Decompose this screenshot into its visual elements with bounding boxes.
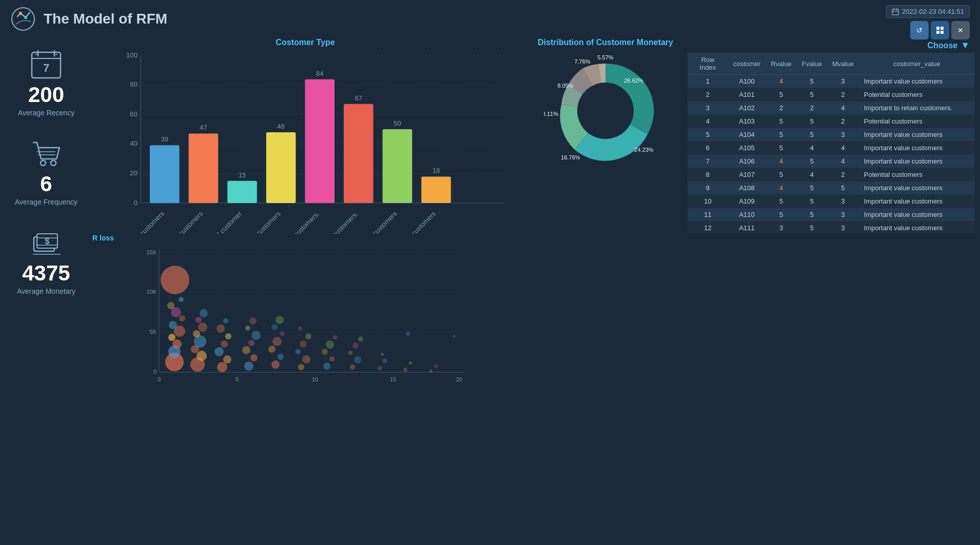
svg-point-124 [329,356,335,361]
svg-point-112 [268,346,276,353]
col-rvalue: Rvalue [766,53,796,75]
svg-text:5K: 5K [150,329,157,335]
svg-point-125 [322,349,328,355]
table-cell-4: 4 [827,142,859,155]
svg-text:8.11%: 8.11% [544,111,558,117]
table-cell-4: 3 [827,221,859,233]
table-cell-3: 5 [797,221,827,233]
svg-point-117 [298,364,304,370]
svg-point-95 [200,309,208,317]
table-cell-4: 4 [827,102,859,115]
svg-point-110 [271,360,280,369]
table-cell-5: Important value customers [859,142,975,155]
svg-point-94 [195,317,202,323]
table-cell-2: 3 [766,221,796,233]
svg-point-106 [248,340,254,346]
col-customer-value: costomer_value [859,53,975,75]
frequency-value: 6 [40,173,52,195]
back-button[interactable]: ↺ [910,21,929,39]
svg-point-129 [354,356,361,364]
scatter-chart-section: R loss 0 5K 10K 15K 0 5 10 15 20 [92,234,518,542]
table-row: 4A103552Potential customers [688,115,975,128]
table-cell-0: 1 [688,75,728,88]
svg-point-1 [19,12,22,15]
table-cell-3: 5 [797,115,827,128]
svg-text:20: 20 [130,169,138,177]
svg-point-87 [161,266,189,294]
svg-text:10: 10 [312,376,318,382]
svg-text:10K: 10K [146,289,156,295]
svg-text:15: 15 [239,171,246,179]
table-cell-0: 6 [688,142,728,155]
table-cell-1: A103 [728,115,766,128]
datetime-badge: 2022-02-23 04:41:51 [886,5,970,18]
svg-point-111 [278,354,284,360]
svg-point-92 [193,330,200,337]
table-cell-5: Important to retain customers. [859,102,975,115]
table-cell-0: 7 [688,155,728,168]
svg-text:8.05%: 8.05% [557,83,573,89]
svg-point-96 [217,362,227,372]
table-cell-5: Important value customers [859,155,975,168]
datetime-text: 2022-02-23 04:41:51 [902,8,964,15]
svg-point-93 [198,322,207,332]
bar-chart-svg: 0 20 40 60 80 100 39 47 15 [108,49,518,234]
svg-point-98 [214,347,224,356]
table-cell-3: 2 [797,102,827,115]
table-cell-5: Important value customers [859,208,975,221]
svg-text:80: 80 [130,80,138,88]
customer-table: Row Index costomer Rvalue Fvalue Mvalue … [688,53,975,233]
money-icon: $ [30,227,63,259]
svg-text:Lost customers: Lost customers [244,210,282,234]
table-cell-1: A108 [728,181,766,195]
grid-button[interactable] [931,21,949,39]
svg-point-138 [406,332,410,336]
svg-text:26.62%: 26.62% [624,77,643,84]
table-cell-0: 12 [688,221,728,233]
table-row: 11A110553Important value customers [688,208,975,221]
table-header: Row Index costomer Rvalue Fvalue Mvalue … [688,53,975,75]
svg-rect-45 [266,132,296,203]
svg-rect-39 [150,145,180,203]
table-cell-5: Important value customers [859,128,975,142]
cart-icon [30,137,63,170]
table-cell-3: 5 [797,128,827,142]
table-cell-4: 5 [827,181,859,195]
kpi-recency: 7 200 Average Recency [18,48,74,117]
svg-rect-41 [189,133,219,203]
kpi-monetary: $ 4375 Average Monetary [17,227,75,295]
table-row: 3A102224Important to retain customers. [688,102,975,115]
svg-point-103 [244,361,253,371]
table-cell-1: A101 [728,88,766,102]
svg-point-86 [179,297,184,302]
page-title: The Model of RFM [44,11,167,27]
table-cell-0: 11 [688,208,728,221]
svg-point-123 [323,362,330,370]
svg-text:48: 48 [277,123,285,130]
svg-text:100: 100 [126,51,138,59]
svg-point-102 [223,318,228,324]
svg-text:24.23%: 24.23% [634,147,654,153]
svg-point-139 [429,370,433,373]
table-cell-2: 4 [766,155,796,168]
svg-text:50: 50 [394,119,401,127]
svg-point-105 [242,346,250,354]
table-cell-1: A104 [728,128,766,142]
svg-rect-47 [305,79,335,203]
svg-point-79 [172,339,182,349]
table-scroll[interactable]: Row Index costomer Rvalue Fvalue Mvalue … [688,53,975,233]
svg-point-119 [296,349,301,354]
svg-text:5.57%: 5.57% [597,54,613,60]
table-cell-5: Potential customers [859,88,975,102]
table-cell-5: Important value customers [859,75,975,88]
svg-point-113 [272,337,282,346]
choose-label: Choose [928,41,958,50]
close-button[interactable]: ✕ [951,21,970,39]
svg-point-107 [251,331,261,340]
table-cell-4: 2 [827,115,859,128]
svg-rect-49 [344,104,374,203]
svg-point-140 [434,364,438,368]
svg-text:18: 18 [433,167,440,174]
choose-dropdown-arrow[interactable]: ▼ [961,40,970,51]
table-cell-4: 3 [827,195,859,208]
